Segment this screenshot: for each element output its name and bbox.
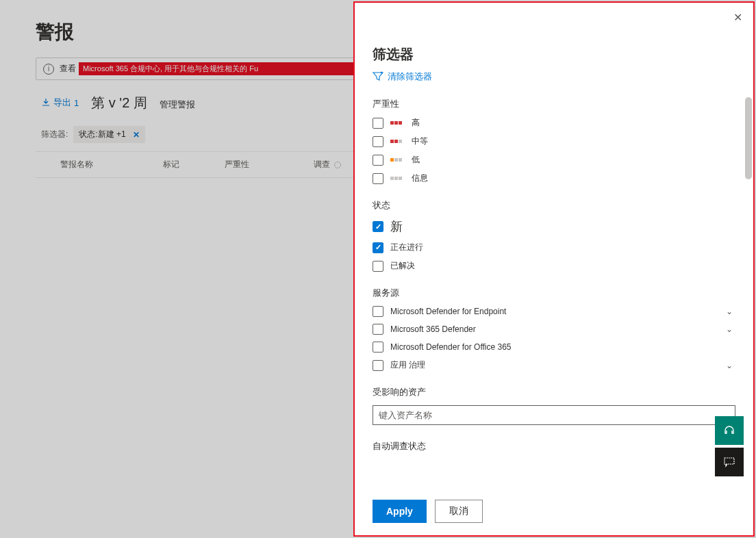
chevron-down-icon[interactable]: ⌄ <box>726 324 735 334</box>
help-fab[interactable] <box>715 416 744 445</box>
status-inprogress-row[interactable]: 正在进行 <box>373 242 735 253</box>
severity-bars-medium <box>390 140 402 143</box>
service-m365d-row[interactable]: Microsoft 365 Defender ⌄ <box>373 324 735 335</box>
svg-rect-0 <box>724 458 734 464</box>
checkbox[interactable] <box>373 360 383 371</box>
chevron-down-icon[interactable]: ⌄ <box>726 307 735 316</box>
asset-label: 受影响的资产 <box>373 386 735 398</box>
clear-filters-link[interactable]: 清除筛选器 <box>373 71 432 83</box>
checkbox[interactable] <box>373 306 383 317</box>
auto-invest-section: 自动调查状态 <box>373 440 735 452</box>
checkbox[interactable] <box>373 342 383 353</box>
status-section: 状态 新 正在进行 已解决 <box>373 199 735 272</box>
checkbox[interactable] <box>373 155 383 166</box>
asset-section: 受影响的资产 <box>373 386 735 425</box>
filter-clear-icon <box>373 71 383 82</box>
feedback-fab[interactable] <box>715 448 744 476</box>
panel-scrollbar[interactable] <box>745 97 752 449</box>
checkbox[interactable] <box>373 242 383 253</box>
cancel-button[interactable]: 取消 <box>435 500 483 523</box>
service-label: 服务源 <box>373 287 735 299</box>
auto-invest-label: 自动调查状态 <box>373 440 735 452</box>
apply-button[interactable]: Apply <box>373 500 427 523</box>
severity-high-row[interactable]: 高 <box>373 117 735 129</box>
service-mde-row[interactable]: Microsoft Defender for Endpoint ⌄ <box>373 306 735 317</box>
severity-bars-high <box>390 121 402 125</box>
service-section: 服务源 Microsoft Defender for Endpoint ⌄ Mi… <box>373 287 735 371</box>
filter-panel: ✕ 筛选器 清除筛选器 严重性 高 中等 低 <box>353 1 755 537</box>
severity-info-row[interactable]: 信息 <box>373 172 735 184</box>
service-appgov-row[interactable]: 应用 治理 ⌄ <box>373 359 735 371</box>
status-resolved-row[interactable]: 已解决 <box>373 260 735 272</box>
checkbox[interactable] <box>373 118 383 129</box>
status-new-row[interactable]: 新 <box>373 218 735 235</box>
chat-icon <box>723 456 735 468</box>
panel-footer: Apply 取消 <box>355 490 753 535</box>
checkbox[interactable] <box>373 261 383 272</box>
checkbox[interactable] <box>373 324 383 335</box>
checkbox[interactable] <box>373 173 383 184</box>
severity-label: 严重性 <box>373 98 735 110</box>
severity-bars-low <box>390 158 402 162</box>
chevron-down-icon[interactable]: ⌄ <box>726 361 735 370</box>
headset-icon <box>722 424 736 437</box>
severity-low-row[interactable]: 低 <box>373 154 735 166</box>
asset-name-input[interactable] <box>373 405 735 425</box>
status-label: 状态 <box>373 199 735 212</box>
scrollbar-thumb[interactable] <box>745 97 752 179</box>
severity-medium-row[interactable]: 中等 <box>373 136 735 147</box>
severity-bars-info <box>390 177 402 180</box>
panel-title: 筛选器 <box>373 45 735 64</box>
checkbox[interactable] <box>373 221 383 232</box>
severity-section: 严重性 高 中等 低 信息 <box>373 98 735 184</box>
service-mdo-row[interactable]: Microsoft Defender for Office 365 <box>373 342 735 353</box>
checkbox[interactable] <box>373 136 383 147</box>
